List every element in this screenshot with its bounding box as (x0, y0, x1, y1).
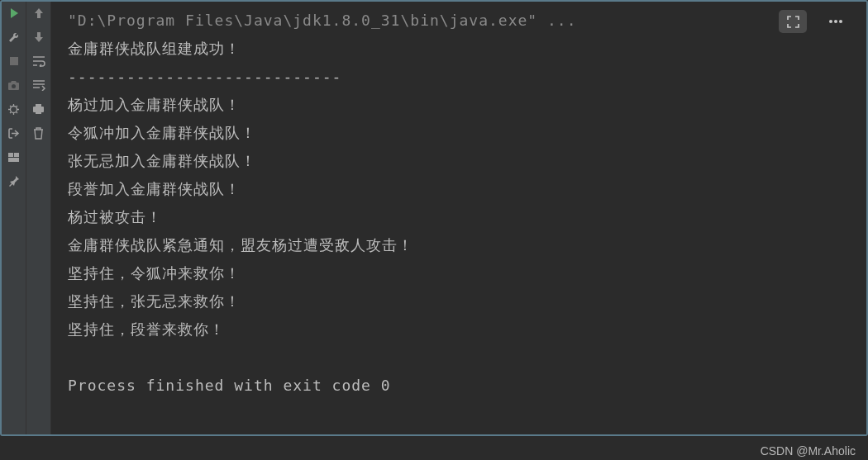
debug-icon[interactable] (7, 102, 21, 116)
console-output-area[interactable]: "D:\Program Files\Java\jdk1.8.0_31\bin\j… (51, 2, 866, 434)
svg-rect-2 (8, 153, 13, 157)
svg-rect-3 (14, 153, 19, 157)
console-text: "D:\Program Files\Java\jdk1.8.0_31\bin\j… (51, 7, 866, 400)
svg-point-6 (834, 20, 837, 23)
stop-icon[interactable] (7, 55, 21, 68)
run-toolbar-secondary (26, 2, 51, 434)
output-line-blank (68, 344, 866, 372)
output-line: 令狐冲加入金庸群侠战队！ (68, 119, 866, 147)
print-icon[interactable] (32, 102, 45, 116)
exit-icon[interactable] (7, 126, 21, 140)
trash-icon[interactable] (32, 126, 45, 140)
svg-point-7 (839, 20, 842, 23)
command-line: "D:\Program Files\Java\jdk1.8.0_31\bin\j… (68, 7, 866, 35)
down-arrow-icon[interactable] (32, 31, 45, 44)
console-top-actions (779, 10, 850, 33)
output-line: ---------------------------- (68, 63, 866, 91)
soft-wrap-icon[interactable] (32, 55, 45, 68)
svg-rect-0 (10, 57, 18, 65)
process-exit-line: Process finished with exit code 0 (68, 372, 866, 400)
svg-rect-4 (8, 158, 19, 162)
output-line: 金庸群侠战队组建成功！ (68, 35, 866, 63)
output-line: 坚持住，令狐冲来救你！ (68, 259, 866, 287)
more-icon[interactable] (822, 10, 850, 33)
output-line: 坚持住，段誉来救你！ (68, 315, 866, 344)
run-icon[interactable] (7, 7, 21, 20)
run-tool-window: "D:\Program Files\Java\jdk1.8.0_31\bin\j… (0, 0, 868, 436)
wrench-icon[interactable] (7, 31, 21, 44)
output-line: 金庸群侠战队紧急通知，盟友杨过遭受敌人攻击！ (68, 231, 866, 259)
scroll-to-end-icon[interactable] (32, 78, 45, 92)
up-arrow-icon[interactable] (32, 7, 45, 20)
output-line: 杨过被攻击！ (68, 203, 866, 231)
svg-point-1 (11, 106, 17, 112)
layout-icon[interactable] (7, 150, 21, 164)
pin-icon[interactable] (7, 174, 21, 187)
output-line: 坚持住，张无忌来救你！ (68, 287, 866, 315)
watermark-text: CSDN @Mr.Aholic (761, 444, 856, 458)
camera-icon[interactable] (7, 78, 21, 92)
expand-icon[interactable] (779, 10, 807, 33)
run-toolbar-primary (2, 2, 26, 434)
output-line: 段誉加入金庸群侠战队！ (68, 175, 866, 203)
output-line: 杨过加入金庸群侠战队！ (68, 91, 866, 119)
svg-point-5 (829, 20, 832, 23)
output-line: 张无忌加入金庸群侠战队！ (68, 147, 866, 175)
